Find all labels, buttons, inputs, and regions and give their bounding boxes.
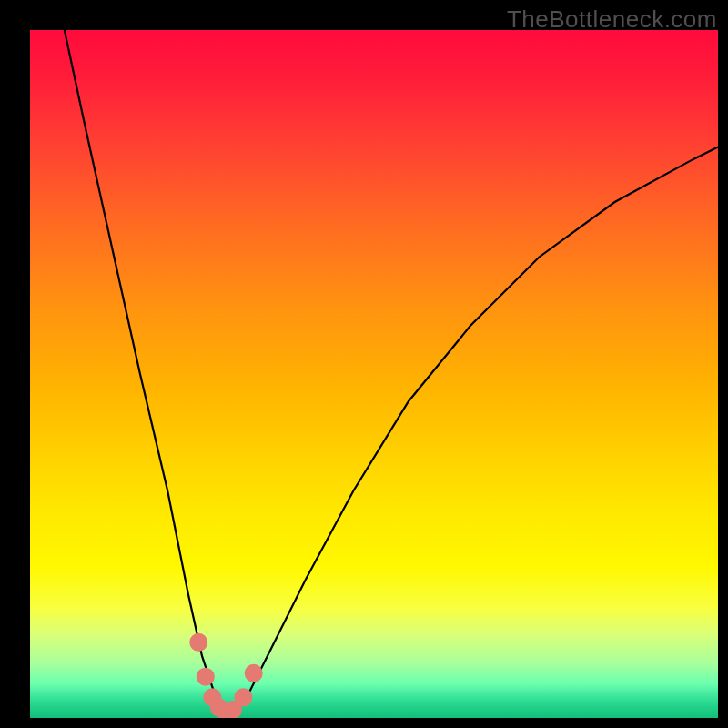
watermark-text: TheBottleneck.com [507, 5, 717, 34]
marker-dot [189, 633, 207, 652]
bottleneck-curve [65, 30, 718, 714]
curve-line [65, 30, 718, 714]
marker-dot [234, 688, 252, 706]
chart-svg [30, 30, 718, 718]
chart-frame: TheBottleneck.com [0, 0, 728, 728]
highlight-markers [189, 633, 262, 718]
marker-dot [245, 664, 263, 682]
plot-area [30, 30, 718, 718]
marker-dot [197, 668, 215, 686]
